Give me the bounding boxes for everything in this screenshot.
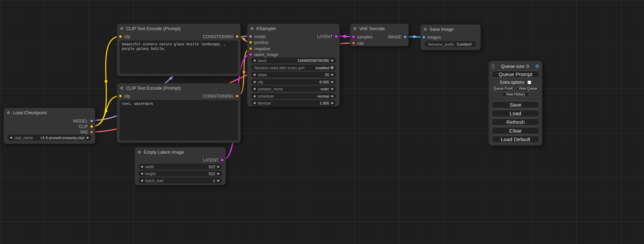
prev-value-arrow-icon[interactable]: ◀ — [10, 136, 12, 139]
node-empty-latent-image[interactable]: Empty Latent Image LATENT ◀ width 512 ▶ … — [134, 147, 226, 185]
input-slot-clip[interactable]: clip — [119, 34, 130, 39]
node-title-bar[interactable]: VAE Decode — [350, 24, 408, 33]
input-slot-model[interactable]: model — [249, 34, 266, 39]
input-slot-negative[interactable]: negative — [249, 46, 270, 52]
decrement-arrow-icon[interactable]: ◀ — [141, 179, 143, 182]
image-slot-dot[interactable] — [422, 36, 425, 39]
output-slot-conditioning[interactable]: CONDITIONING — [203, 93, 239, 99]
conditioning-slot-dot[interactable] — [236, 35, 239, 38]
latent-slot-dot[interactable] — [335, 35, 338, 38]
decrement-arrow-icon[interactable]: ◀ — [253, 81, 255, 83]
input-slot-positive[interactable]: positive — [249, 39, 268, 45]
decrement-arrow-icon[interactable]: ◀ — [253, 59, 255, 62]
node-title-bar[interactable]: Empty Latent Image — [135, 147, 226, 156]
cfg-widget[interactable]: ◀ cfg 8.000 ▶ — [251, 79, 336, 85]
output-slot-latent[interactable]: LATENT — [317, 34, 338, 39]
view-history-button[interactable]: View History — [502, 92, 529, 97]
output-slot-conditioning[interactable]: CONDITIONING — [203, 34, 239, 39]
increment-arrow-icon[interactable]: ▶ — [332, 73, 334, 76]
node-title-bar[interactable]: Load Checkpoint — [4, 108, 95, 117]
node-save-image[interactable]: Save Image images filename_prefix ComfyU… — [420, 24, 481, 50]
input-slot-clip[interactable]: clip — [119, 93, 130, 99]
load-workflow-button[interactable]: Load — [492, 110, 539, 117]
seed-widget[interactable]: ◀ seed 156680208700286 ▶ — [251, 57, 336, 63]
collapse-toggle-icon[interactable] — [138, 151, 141, 154]
negative-prompt-textarea[interactable]: text, watermark — [120, 100, 238, 141]
positive-prompt-textarea[interactable]: beautiful scenery nature glass bottle la… — [120, 40, 238, 74]
latent-slot-dot[interactable] — [249, 53, 252, 56]
clear-button[interactable]: Clear — [492, 127, 539, 134]
scheduler-widget[interactable]: ◀ scheduler normal ▶ — [251, 93, 336, 99]
collapse-toggle-icon[interactable] — [120, 87, 123, 90]
node-clip-text-encode-positive[interactable]: CLIP Text Encode (Prompt) clip CONDITION… — [117, 24, 241, 76]
collapse-toggle-icon[interactable] — [424, 28, 427, 31]
latent-slot-dot[interactable] — [221, 159, 224, 162]
node-title-bar[interactable]: CLIP Text Encode (Prompt) — [117, 83, 240, 92]
node-title-bar[interactable]: Save Image — [421, 25, 480, 34]
clip-slot-dot[interactable] — [119, 94, 122, 98]
increment-arrow-icon[interactable]: ▶ — [218, 172, 220, 175]
save-workflow-button[interactable]: Save — [492, 101, 539, 108]
next-value-arrow-icon[interactable]: ▶ — [87, 136, 89, 139]
decrement-arrow-icon[interactable]: ◀ — [141, 172, 143, 175]
next-value-arrow-icon[interactable]: ▶ — [332, 88, 334, 90]
conditioning-slot-dot[interactable] — [236, 94, 239, 98]
queue-prompt-button[interactable]: Queue Prompt — [492, 71, 539, 78]
filename-prefix-widget[interactable]: filename_prefix ComfyUI — [425, 41, 476, 47]
conditioning-slot-dot[interactable] — [249, 41, 252, 44]
conditioning-slot-dot[interactable] — [249, 47, 252, 50]
increment-arrow-icon[interactable]: ▶ — [332, 59, 334, 62]
collapse-toggle-icon[interactable] — [120, 27, 123, 30]
node-load-checkpoint[interactable]: Load Checkpoint MODEL CLIP VAE ◀ ckpt_na… — [3, 108, 95, 144]
sampler-name-widget[interactable]: ◀ sampler_name euler ▶ — [251, 86, 336, 92]
prev-value-arrow-icon[interactable]: ◀ — [253, 95, 255, 98]
ckpt-name-widget[interactable]: ◀ ckpt_name v1-5-pruned-emaonly.ckpt ▶ — [7, 135, 91, 141]
extra-options-checkbox[interactable] — [528, 81, 531, 84]
decrement-arrow-icon[interactable]: ◀ — [253, 102, 255, 105]
clip-slot-dot[interactable] — [119, 35, 122, 38]
vae-slot-dot[interactable] — [90, 130, 93, 134]
node-graph-canvas[interactable]: Load Checkpoint MODEL CLIP VAE ◀ ckpt_na… — [0, 0, 644, 244]
view-queue-button[interactable]: View Queue — [517, 86, 539, 91]
width-widget[interactable]: ◀ width 512 ▶ — [138, 164, 222, 170]
decrement-arrow-icon[interactable]: ◀ — [141, 165, 143, 168]
increment-arrow-icon[interactable]: ▶ — [218, 179, 220, 182]
input-slot-samples[interactable]: samples — [352, 34, 373, 40]
node-vae-decode[interactable]: VAE Decode samples vae IMAGE — [350, 24, 409, 46]
increment-arrow-icon[interactable]: ▶ — [332, 102, 334, 105]
refresh-button[interactable]: Refresh — [492, 118, 539, 126]
input-slot-images[interactable]: images — [422, 34, 441, 40]
toggle-indicator-icon[interactable] — [330, 66, 334, 69]
load-default-button[interactable]: Load Default — [492, 136, 539, 143]
denoise-widget[interactable]: ◀ denoise 1.000 ▶ — [251, 100, 336, 106]
prev-value-arrow-icon[interactable]: ◀ — [253, 88, 255, 90]
steps-widget[interactable]: ◀ steps 20 ▶ — [251, 72, 336, 78]
model-slot-dot[interactable] — [249, 35, 252, 38]
node-ksampler[interactable]: KSampler model positive negative latent_… — [247, 24, 340, 107]
latent-slot-dot[interactable] — [352, 35, 355, 38]
collapse-toggle-icon[interactable] — [7, 111, 10, 114]
node-title-bar[interactable]: CLIP Text Encode (Prompt) — [117, 24, 240, 33]
increment-arrow-icon[interactable]: ▶ — [332, 81, 334, 83]
output-slot-image[interactable]: IMAGE — [388, 34, 407, 40]
vae-slot-dot[interactable] — [352, 42, 355, 45]
collapse-toggle-icon[interactable] — [250, 27, 254, 30]
queue-front-button[interactable]: Queue Front — [492, 86, 514, 91]
input-slot-vae[interactable]: vae — [352, 40, 364, 46]
collapse-toggle-icon[interactable] — [353, 27, 356, 30]
settings-gear-icon[interactable]: ⚙ — [535, 64, 539, 69]
random-seed-toggle-widget[interactable]: Random seed after every gen enabled — [251, 65, 336, 71]
height-widget[interactable]: ◀ height 512 ▶ — [138, 171, 222, 177]
decrement-arrow-icon[interactable]: ◀ — [253, 73, 255, 76]
node-clip-text-encode-negative[interactable]: CLIP Text Encode (Prompt) clip CONDITION… — [117, 83, 241, 143]
drag-handle-icon[interactable] — [492, 64, 495, 69]
next-value-arrow-icon[interactable]: ▶ — [332, 95, 334, 98]
output-slot-vae[interactable]: VAE — [80, 129, 93, 135]
output-slot-model[interactable]: MODEL — [73, 118, 93, 124]
batch-size-widget[interactable]: ◀ batch_size 1 ▶ — [138, 178, 222, 183]
input-slot-latent-image[interactable]: latent_image — [249, 52, 278, 57]
output-slot-clip[interactable]: CLIP — [79, 124, 93, 129]
model-slot-dot[interactable] — [90, 119, 93, 123]
clip-slot-dot[interactable] — [90, 125, 93, 128]
output-slot-latent[interactable]: LATENT — [203, 157, 224, 163]
